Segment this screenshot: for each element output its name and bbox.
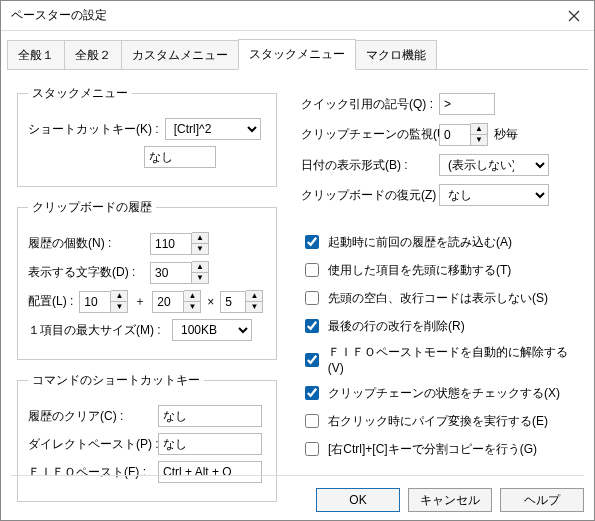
check-hide-leading-box[interactable]: [305, 291, 319, 305]
group-command-shortcut-legend: コマンドのショートカットキー: [28, 372, 204, 389]
chain-watch-label: クリップチェーンの監視(U) :: [301, 126, 433, 143]
ok-button[interactable]: OK: [316, 488, 400, 512]
disp-chars-spinner[interactable]: ▲▼: [150, 261, 209, 284]
group-history-legend: クリップボードの履歴: [28, 199, 156, 216]
spin-down-icon[interactable]: ▼: [184, 302, 200, 313]
history-count-label: 履歴の個数(N) :: [28, 235, 144, 252]
check-chain-status[interactable]: クリップチェーンの状態をチェックする(X): [301, 383, 579, 403]
direct-paste-input[interactable]: [158, 433, 262, 455]
restore-select[interactable]: なし: [439, 184, 549, 206]
check-auto-release-fifo-box[interactable]: [305, 353, 319, 367]
check-label: 先頭の空白、改行コードは表示しない(S): [328, 290, 548, 307]
tab-content: スタックメニュー ショートカットキー(K) : [Ctrl]^2 クリップボード…: [1, 71, 594, 521]
quick-quote-label: クイック引用の記号(Q) :: [301, 96, 433, 113]
times-label: ×: [207, 295, 214, 309]
check-load-on-start[interactable]: 起動時に前回の履歴を読み込む(A): [301, 232, 579, 252]
check-hide-leading[interactable]: 先頭の空白、改行コードは表示しない(S): [301, 288, 579, 308]
check-label: ＦＩＦＯペーストモードを自動的に解除する(V): [328, 344, 579, 375]
spin-up-icon[interactable]: ▲: [192, 262, 208, 273]
clear-input[interactable]: [158, 405, 262, 427]
spin-up-icon[interactable]: ▲: [184, 291, 200, 302]
quick-quote-input[interactable]: [439, 93, 495, 115]
chain-watch-spinner[interactable]: ▲▼: [439, 123, 488, 146]
arrange-a-spinner[interactable]: ▲▼: [79, 290, 128, 313]
plus-label: ＋: [134, 293, 146, 310]
left-column: スタックメニュー ショートカットキー(K) : [Ctrl]^2 クリップボード…: [17, 85, 277, 502]
date-format-label: 日付の表示形式(B) :: [301, 157, 433, 174]
check-auto-release-fifo[interactable]: ＦＩＦＯペーストモードを自動的に解除する(V): [301, 344, 579, 375]
disp-chars-label: 表示する文字数(D) :: [28, 264, 144, 281]
spin-up-icon[interactable]: ▲: [192, 233, 208, 244]
check-label: 起動時に前回の履歴を読み込む(A): [328, 234, 512, 251]
tab-stack-menu[interactable]: スタックメニュー: [238, 39, 356, 70]
arrange-c-input[interactable]: [220, 291, 246, 313]
spin-down-icon[interactable]: ▼: [471, 135, 487, 146]
arrange-b-input[interactable]: [152, 291, 184, 313]
fifo-paste-label: ＦＩＦＯペースト(F) :: [28, 464, 152, 481]
history-count-spinner[interactable]: ▲▼: [150, 232, 209, 255]
shortcut-sub-input[interactable]: [144, 146, 216, 168]
tab-custom-menu[interactable]: カスタムメニュー: [121, 40, 239, 70]
arrange-c-spinner[interactable]: ▲▼: [220, 290, 263, 313]
chain-watch-input[interactable]: [439, 124, 471, 146]
title-bar: ペースターの設定: [1, 1, 594, 31]
spin-up-icon[interactable]: ▲: [111, 291, 127, 302]
shortcut-key-select[interactable]: [Ctrl]^2: [165, 118, 261, 140]
check-move-to-top-box[interactable]: [305, 263, 319, 277]
right-column: クイック引用の記号(Q) : クリップチェーンの監視(U) : ▲▼ 秒毎 日付…: [301, 85, 579, 467]
arrange-a-input[interactable]: [79, 291, 111, 313]
date-format-select[interactable]: (表示しない): [439, 154, 549, 176]
tab-strip: 全般１ 全般２ カスタムメニュー スタックメニュー マクロ機能: [7, 39, 588, 70]
check-label: [右Ctrl]+[C]キーで分割コピーを行う(G): [328, 441, 537, 458]
spin-up-icon[interactable]: ▲: [471, 124, 487, 135]
check-split-copy[interactable]: [右Ctrl]+[C]キーで分割コピーを行う(G): [301, 439, 579, 459]
fifo-paste-input[interactable]: [158, 461, 262, 483]
tab-macro[interactable]: マクロ機能: [355, 40, 437, 70]
spin-down-icon[interactable]: ▼: [246, 302, 262, 313]
group-stack-menu: スタックメニュー ショートカットキー(K) : [Ctrl]^2: [17, 85, 277, 187]
spin-up-icon[interactable]: ▲: [246, 291, 262, 302]
window-title: ペースターの設定: [11, 7, 107, 24]
close-icon: [568, 10, 580, 22]
check-label: 右クリック時にパイプ変換を実行する(E): [328, 413, 548, 430]
check-trim-last-newline[interactable]: 最後の行の改行を削除(R): [301, 316, 579, 336]
check-label: 使用した項目を先頭に移動する(T): [328, 262, 511, 279]
check-split-copy-box[interactable]: [305, 442, 319, 456]
check-move-to-top[interactable]: 使用した項目を先頭に移動する(T): [301, 260, 579, 280]
group-command-shortcut: コマンドのショートカットキー 履歴のクリア(C) : ダイレクトペースト(P) …: [17, 372, 277, 502]
seconds-suffix: 秒毎: [494, 126, 518, 143]
check-trim-last-newline-box[interactable]: [305, 319, 319, 333]
shortcut-key-label: ショートカットキー(K) :: [28, 121, 159, 138]
check-chain-status-box[interactable]: [305, 386, 319, 400]
check-pipe-on-rclick[interactable]: 右クリック時にパイプ変換を実行する(E): [301, 411, 579, 431]
separator: [11, 475, 584, 476]
clear-label: 履歴のクリア(C) :: [28, 408, 152, 425]
check-label: 最後の行の改行を削除(R): [328, 318, 465, 335]
check-label: クリップチェーンの状態をチェックする(X): [328, 385, 560, 402]
spin-down-icon[interactable]: ▼: [111, 302, 127, 313]
direct-paste-label: ダイレクトペースト(P) :: [28, 436, 152, 453]
max-size-select[interactable]: 100KB: [172, 319, 252, 341]
arrange-b-spinner[interactable]: ▲▼: [152, 290, 201, 313]
arrange-label: 配置(L) :: [28, 293, 73, 310]
close-button[interactable]: [554, 1, 594, 31]
check-pipe-on-rclick-box[interactable]: [305, 414, 319, 428]
history-count-input[interactable]: [150, 233, 192, 255]
help-button[interactable]: ヘルプ: [500, 488, 584, 512]
tab-general2[interactable]: 全般２: [64, 40, 122, 70]
cancel-button[interactable]: キャンセル: [408, 488, 492, 512]
dialog-window: ペースターの設定 全般１ 全般２ カスタムメニュー スタックメニュー マクロ機能…: [0, 0, 595, 521]
tab-general1[interactable]: 全般１: [7, 40, 65, 70]
group-stack-menu-legend: スタックメニュー: [28, 85, 132, 102]
restore-label: クリップボードの復元(Z) :: [301, 187, 433, 204]
disp-chars-input[interactable]: [150, 262, 192, 284]
max-size-label: １項目の最大サイズ(M) :: [28, 322, 166, 339]
spin-down-icon[interactable]: ▼: [192, 273, 208, 284]
spin-down-icon[interactable]: ▼: [192, 244, 208, 255]
dialog-footer: OK キャンセル ヘルプ: [316, 488, 584, 512]
check-load-on-start-box[interactable]: [305, 235, 319, 249]
group-history: クリップボードの履歴 履歴の個数(N) : ▲▼ 表示する文字数(D) : ▲▼: [17, 199, 277, 360]
